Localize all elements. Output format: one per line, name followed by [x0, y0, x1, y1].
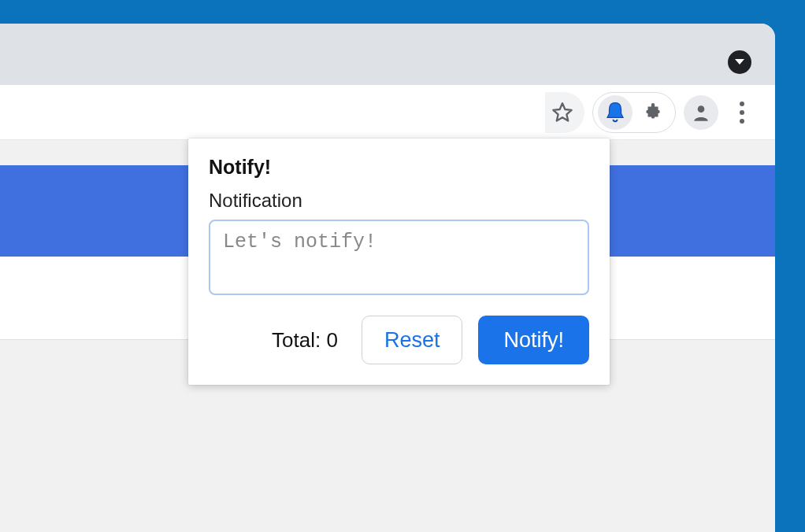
notification-input[interactable]: [209, 220, 589, 295]
chevron-down-icon: [734, 58, 745, 66]
puzzle-icon: [643, 102, 663, 123]
notify-extension-button[interactable]: [598, 95, 632, 130]
extension-popup: Notify! Notification Total: 0 Reset Noti…: [188, 139, 610, 385]
browser-toolbar: [0, 85, 775, 140]
total-counter: Total: 0: [272, 328, 338, 353]
popup-title: Notify!: [209, 156, 589, 179]
total-label: Total:: [272, 328, 326, 352]
browser-menu-button[interactable]: [726, 95, 758, 130]
toolbar-right: [545, 85, 775, 139]
menu-dot-icon: [740, 102, 744, 106]
star-icon: [551, 102, 573, 124]
total-value: 0: [326, 328, 337, 352]
bell-icon: [603, 101, 627, 124]
tab-strip: [0, 24, 775, 85]
extensions-capsule: [592, 92, 676, 133]
extensions-button[interactable]: [636, 95, 670, 130]
address-bar-tail: [545, 92, 584, 133]
window-dropdown-button[interactable]: [728, 50, 751, 74]
svg-point-0: [698, 105, 705, 113]
bookmark-button[interactable]: [545, 95, 580, 130]
menu-dot-icon: [740, 119, 744, 124]
notification-label: Notification: [209, 190, 589, 212]
profile-button[interactable]: [684, 95, 718, 130]
menu-dot-icon: [740, 110, 744, 115]
notify-button[interactable]: Notify!: [478, 316, 589, 364]
avatar-icon: [691, 102, 711, 123]
reset-button[interactable]: Reset: [362, 316, 463, 364]
popup-actions: Total: 0 Reset Notify!: [209, 316, 589, 364]
